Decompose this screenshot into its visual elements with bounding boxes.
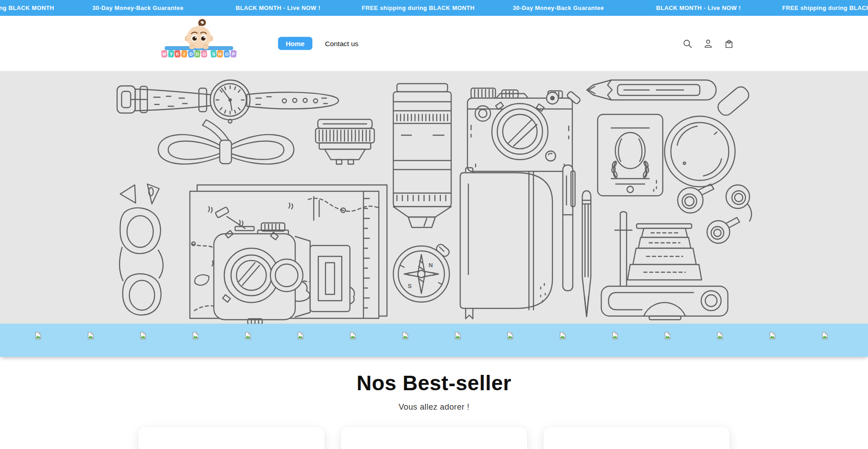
broken-image-icon (611, 331, 619, 340)
carousel-track (0, 324, 868, 340)
broken-image-icon (349, 331, 357, 340)
logo-letter: Y (168, 50, 175, 57)
passport-illustration (598, 114, 663, 196)
camera-illustration (467, 88, 581, 171)
nav-contact-us[interactable]: Contact us (325, 39, 359, 47)
logo-letter: D (188, 50, 194, 57)
logo-letter: O (223, 50, 230, 57)
announcement-message: FREE shipping during BLACK MONTH (0, 0, 68, 16)
product-card[interactable] (138, 427, 325, 449)
watch-illustration (117, 80, 339, 123)
account-button[interactable] (700, 35, 716, 52)
small-lens-illustration (316, 119, 374, 164)
pencil-illustration (587, 80, 716, 100)
announcement-marquee: FREE shipping during BLACK MONTH 30-Day … (0, 0, 868, 16)
glasses-illustration (119, 184, 163, 315)
hero-banner: N S (0, 71, 868, 324)
product-card[interactable] (341, 427, 527, 449)
logo-letter: P (230, 50, 237, 57)
notebook-illustration (460, 168, 552, 319)
broken-image-icon (558, 331, 567, 340)
announcement-message: FREE shipping during BLACK MONTH (348, 0, 488, 16)
logo-letter-blocks: M Y K I D D O S H O P (161, 49, 236, 58)
search-icon (682, 38, 693, 49)
broken-image-icon (244, 331, 252, 340)
broken-image-icon (663, 331, 672, 340)
pencil-vertical-illustration (582, 191, 591, 317)
broken-image-icon (506, 331, 514, 340)
broken-image-icon (139, 331, 147, 340)
announcement-message: BLACK MONTH - Live NOW ! (628, 0, 769, 16)
broken-image-icon (191, 331, 200, 340)
tape-rolls-illustration (678, 184, 751, 243)
nav-home[interactable]: Home (278, 37, 312, 50)
broken-image-icon (453, 331, 462, 340)
broken-image-icon (768, 331, 777, 340)
logo-letter: D (194, 50, 201, 57)
site-header: M Y K I D D O S H O P Home Contact us (0, 16, 868, 71)
compass-south-label: S (408, 283, 412, 289)
logo-letter: O (201, 50, 208, 57)
broken-image-icon (34, 331, 42, 340)
announcement-message: 30-Day Money-Back Guarantee (68, 0, 208, 16)
cart-icon (724, 38, 734, 49)
announcement-bar: FREE shipping during BLACK MONTH 30-Day … (0, 0, 868, 16)
header-icons (679, 35, 737, 52)
broken-image-icon (821, 331, 829, 340)
bestseller-section: Nos Best-seller Vous allez adorer ! (0, 357, 868, 449)
section-subtitle: Vous allez adorer ! (0, 402, 868, 412)
announcement-message: 30-Day Money-Back Guarantee (488, 0, 628, 16)
announcement-message: BLACK MONTH - Live NOW ! (208, 0, 348, 16)
cart-button[interactable] (721, 35, 737, 52)
broken-image-icon (86, 331, 95, 340)
section-title: Nos Best-seller (0, 357, 868, 395)
lens-hood-illustration (627, 224, 702, 280)
broken-image-icon (296, 331, 305, 340)
big-lens-illustration (393, 84, 451, 227)
pen-illustration (563, 165, 575, 291)
main-nav: Home Contact us (278, 37, 359, 50)
broken-image-icon (716, 331, 724, 340)
logo-letter: I (181, 50, 188, 57)
store-logo-link[interactable]: M Y K I D D O S H O P (161, 19, 236, 67)
flat-camera-illustration (601, 286, 728, 320)
product-card[interactable] (543, 427, 730, 449)
account-icon (703, 38, 713, 49)
logo-letter: S (210, 50, 217, 57)
compass-north-label: N (429, 262, 433, 269)
product-cards (0, 427, 868, 449)
broken-image-icon (401, 331, 410, 340)
logo-carousel (0, 324, 868, 357)
belt-illustration (158, 120, 294, 164)
logo-letter: M (161, 50, 168, 57)
compass-illustration: N S (393, 243, 451, 302)
logo-letter: K (175, 50, 181, 57)
logo-letter: H (217, 50, 224, 57)
announcement-message: FREE shipping during BLACK MONTH (769, 0, 868, 16)
baby-logo-icon (178, 19, 220, 51)
search-button[interactable] (679, 35, 695, 52)
